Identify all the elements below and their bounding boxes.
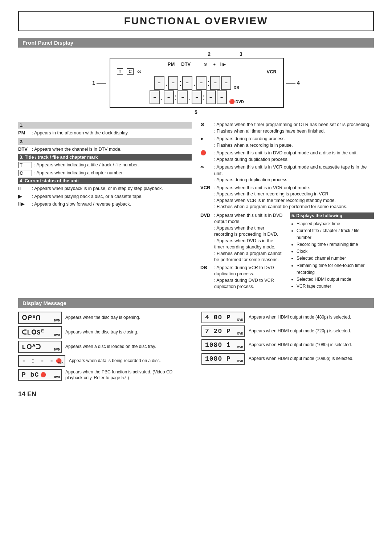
dm-pbc: P bC 🔴 DVD Appears when the PBC function… xyxy=(18,369,191,381)
dm-480p-display: 4 00 P DVD xyxy=(201,312,245,323)
display-item-1: Elapsed playback time xyxy=(297,220,374,227)
dm-pbc-desc: Appears when the PBC function is activat… xyxy=(65,369,191,381)
fpd-label1: 1 xyxy=(92,80,95,86)
display-item-4: Clock xyxy=(297,248,374,255)
vcr-desc2: : Appears when the timer recording is pr… xyxy=(214,191,347,198)
fpd-label2: 2 xyxy=(208,51,211,57)
fpd-db-label: DB xyxy=(233,85,239,90)
db-label: DB xyxy=(200,265,214,270)
db-desc2: : Appears during DVD to VCR duplication … xyxy=(214,278,284,290)
fpd-disc-icon: 🔴 xyxy=(229,99,235,104)
dm-left: ꓳᑭᴱᑎ DVD Appears when the disc tray is o… xyxy=(18,312,191,384)
record-desc2: : Flashes when a recording is in pause. xyxy=(214,142,293,149)
pause-row: II : Appears when playback is in pause, … xyxy=(18,186,192,192)
repeat-desc2: : Appears during duplication process. xyxy=(214,177,374,183)
fpd-icons-row: PM DTV ⊙ ● II▶ xyxy=(117,61,277,67)
repeat-icon-label: ∞ xyxy=(200,164,214,170)
fpd-c-icon: C xyxy=(127,68,134,75)
disc-desc1: : Appears when this unit is in DVD outpu… xyxy=(214,150,358,157)
play-desc: : Appears when playing back a disc, or a… xyxy=(32,194,143,200)
dvd-desc4: : Flashes when a program cannot be perfo… xyxy=(214,251,284,263)
dm-load: Lꓳᴬᑐ DVD Appears when a disc is loaded o… xyxy=(18,341,191,353)
dm-1080i: 1080 i DVD Appears when HDMI output mode… xyxy=(201,339,374,351)
dvd-row: DVD : Appears when this unit is in DVD o… xyxy=(200,212,284,263)
row1-header: 1. xyxy=(18,122,192,129)
display-item-2: Current title / chapter / track / file n… xyxy=(297,227,374,241)
chapter-desc: : Appears when indicating a chapter numb… xyxy=(34,170,124,177)
db-row: DB : Appears during VCR to DVD duplicati… xyxy=(200,265,284,290)
display-item-8: VCR tape counter xyxy=(297,283,374,290)
fpd-display-box: PM DTV ⊙ ● II▶ T C ∞ VCR xyxy=(110,58,284,108)
fpd-diagram: 2 3 1 —— PM DTV ⊙ ● II▶ T xyxy=(18,51,374,115)
dm-open-display: ꓳᑭᴱᑎ DVD xyxy=(18,312,62,324)
record-desc1: : Appears during recording process. xyxy=(214,136,293,142)
row3-header: 3. Title / track / file and chapter mark xyxy=(18,154,192,161)
dm-load-display: Lꓳᴬᑐ DVD xyxy=(18,341,62,353)
section1-header: Front Panel Display xyxy=(18,38,374,48)
pm-row: PM : Appears in the afternoon with the c… xyxy=(18,130,192,137)
dm-720p: 7 20 P DVD Appears when HDMI output mode… xyxy=(201,325,374,337)
vcr-label: VCR xyxy=(200,185,214,190)
dm-open-desc: Appears when the disc tray is opening. xyxy=(65,315,191,321)
timer-section: ⊙ : Appears when the timer programming o… xyxy=(200,122,374,134)
timer-desc1: : Appears when the timer programming or … xyxy=(214,122,371,128)
fpd-vcr-label: VCR xyxy=(267,69,277,74)
desc-section: 1. PM : Appears in the afternoon with th… xyxy=(18,122,374,292)
dvd-desc1: : Appears when this unit is in DVD outpu… xyxy=(214,212,284,225)
dm-480p: 4 00 P DVD Appears when HDMI output mode… xyxy=(201,312,374,323)
row4-header: 4. Current status of the unit xyxy=(18,178,192,184)
disc-desc2: : Appears during duplication process. xyxy=(214,157,358,163)
dm-rec: - : - - 🔴 DVD Appears when data is being… xyxy=(18,355,191,367)
title-row: T : Appears when indicating a title / tr… xyxy=(18,162,192,169)
displays-col: 5. Displays the following Elapsed playba… xyxy=(290,212,374,292)
fpd-dvd-label-disp: DVD xyxy=(236,100,244,104)
page: FUNCTIONAL OVERVIEW Front Panel Display … xyxy=(0,0,392,409)
display-item-5: Selected channel number xyxy=(297,255,374,262)
repeat-row: ∞ : Appears when this unit is in VCR out… xyxy=(200,164,374,183)
repeat-desc1: : Appears when this unit is in VCR outpu… xyxy=(214,164,374,177)
dm-rec-display: - : - - 🔴 DVD xyxy=(18,355,65,367)
record-row: ● : Appears during recording process. : … xyxy=(200,136,374,149)
dm-720p-display: 7 20 P DVD xyxy=(201,325,245,337)
db-desc1: : Appears during VCR to DVD duplication … xyxy=(214,265,284,278)
dm-1080i-desc: Appears when HDMI output mode (1080i) is… xyxy=(249,342,374,348)
fpd-label5: 5 xyxy=(195,109,197,115)
chapter-row: C : Appears when indicating a chapter nu… xyxy=(18,170,192,177)
dm-1080i-display: 1080 i DVD xyxy=(201,339,245,351)
timer-desc2: : Flashes when all timer recordings have… xyxy=(214,128,371,135)
slow-icon-label: II▶ xyxy=(18,201,32,207)
page-title: FUNCTIONAL OVERVIEW xyxy=(18,11,374,31)
dm-close-display: ᑕLꓳSᴱ DVD xyxy=(18,326,62,339)
display-item-7: Selected HDMI output mode xyxy=(297,276,374,283)
desc-col-left: 1. PM : Appears in the afternoon with th… xyxy=(18,122,192,292)
displays-header: 5. Displays the following xyxy=(290,212,374,219)
fpd-timer-icon: ⊙ xyxy=(204,62,207,67)
play-row: ▶ : Appears when playing back a disc, or… xyxy=(18,194,192,200)
dm-pbc-display: P bC 🔴 DVD xyxy=(18,369,62,381)
disc-row: 🔴 : Appears when this unit is in DVD out… xyxy=(200,150,374,163)
fpd-oo-icon: ∞ xyxy=(137,68,141,75)
display-item-3: Recording time / remaining time xyxy=(297,241,374,248)
dm-1080p: 1080 P DVD Appears when HDMI output mode… xyxy=(201,353,374,365)
dm-open: ꓳᑭᴱᑎ DVD Appears when the disc tray is o… xyxy=(18,312,191,324)
fpd-label3: 3 xyxy=(240,51,242,57)
dm-section-header: Display Message xyxy=(18,298,374,308)
dvd-desc2: : Appears when the timer recording is pr… xyxy=(214,225,284,238)
fpd-digits-row1: - . - : - . - : - - DB xyxy=(117,76,277,90)
dm-720p-desc: Appears when HDMI output mode (720p) is … xyxy=(249,328,374,334)
vcr-desc3: : Appears when VCR is in the timer recor… xyxy=(214,198,347,204)
pause-icon-label: II xyxy=(18,186,32,191)
pm-desc: : Appears in the afternoon with the cloc… xyxy=(32,130,129,137)
title-icon: T xyxy=(18,162,32,168)
dm-close-desc: Appears when the disc tray is closing. xyxy=(65,329,191,335)
dm-right: 4 00 P DVD Appears when HDMI output mode… xyxy=(201,312,374,384)
fpd-pm: PM xyxy=(168,61,175,67)
dm-1080p-display: 1080 P DVD xyxy=(201,353,245,365)
displays-list: Elapsed playback time Current title / ch… xyxy=(290,220,374,290)
dm-grid: ꓳᑭᴱᑎ DVD Appears when the disc tray is o… xyxy=(18,312,374,384)
slow-row: II▶ : Appears during slow forward / reve… xyxy=(18,201,192,208)
play-icon-label: ▶ xyxy=(18,194,32,199)
dm-1080p-desc: Appears when HDMI output mode (1080p) is… xyxy=(249,356,374,362)
display-item-6: Remaining time for one-touch timer recor… xyxy=(297,262,374,276)
fpd-t-icon: T xyxy=(117,68,123,75)
